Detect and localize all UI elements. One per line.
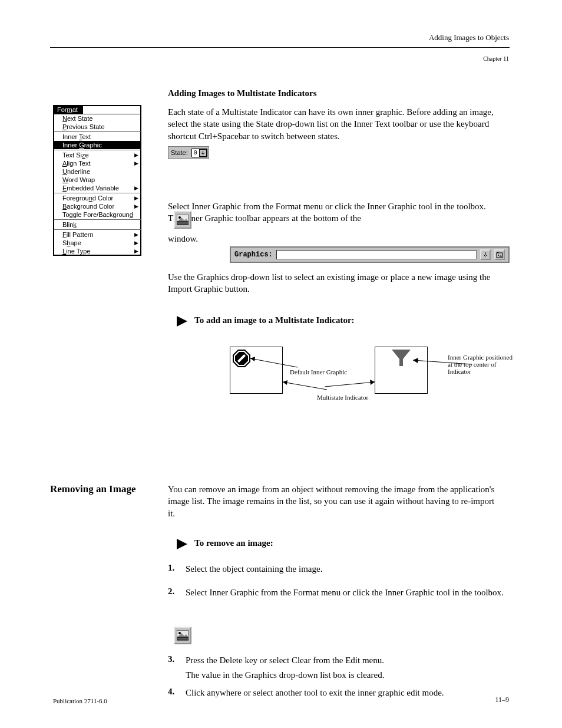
svg-line-17	[325, 382, 375, 387]
menu-title-text: Format	[57, 106, 78, 113]
svg-point-23	[178, 632, 181, 634]
procedure-1-heading: To add an image to a Multistate Indicato…	[194, 315, 355, 325]
example-left-container	[230, 347, 283, 394]
svg-line-14	[283, 382, 327, 390]
paragraph-2b: window.	[168, 233, 498, 245]
menu-item-foreground-color[interactable]: Foreground Color▶	[54, 194, 141, 202]
svg-marker-7	[177, 316, 187, 327]
menu-body: Next State Previous State Inner Text Inn…	[54, 114, 141, 255]
state-value: 0	[192, 150, 199, 156]
footer-left: Publication 2711-6.0	[53, 697, 107, 704]
procedure-2-heading: To remove an image:	[194, 538, 273, 548]
graphics-toolbar: Graphics:	[230, 246, 510, 263]
svg-marker-20	[413, 358, 418, 363]
paragraph-proc-note: Use the Graphics drop-down list to selec…	[168, 271, 498, 295]
paragraph-2a: Select Inner Graphic from the Format men…	[168, 200, 498, 225]
svg-rect-24	[177, 637, 189, 640]
state-label: State:	[171, 149, 188, 156]
menu-item-word-wrap[interactable]: Word Wrap	[54, 176, 141, 184]
section-title-1: Adding Images to Multistate Indicators	[168, 88, 317, 98]
menu-item-line-type[interactable]: Line Type▶	[54, 247, 141, 255]
menu-item-fill-pattern[interactable]: Fill Pattern▶	[54, 230, 141, 239]
state-dropdown-button[interactable]	[199, 149, 207, 157]
header-rule	[50, 47, 510, 48]
menu-item-inner-text[interactable]: Inner Text	[54, 133, 141, 141]
running-head: Adding Images to Objects	[429, 33, 509, 42]
example-right-container	[375, 347, 428, 394]
step-3-text: Press the Delete key or select Clear fro…	[186, 654, 507, 666]
state-field: 0	[191, 149, 207, 157]
removing-paragraph: You can remove an image from an object w…	[168, 483, 498, 519]
triangle-icon-2	[177, 539, 189, 552]
footer-right: 11–9	[495, 696, 509, 704]
menu-item-blink[interactable]: Blink	[54, 220, 141, 229]
svg-marker-18	[370, 380, 375, 385]
menu-item-text-size[interactable]: Text Size▶	[54, 151, 141, 159]
step-num-4: 4.	[168, 687, 174, 697]
state-dropdown-panel: State: 0	[168, 146, 209, 159]
step-2-text: Select Inner Graphic from the Format men…	[186, 587, 507, 598]
step-num-2: 2.	[168, 587, 174, 597]
svg-marker-15	[283, 380, 287, 385]
inner-graphic-tool-icon[interactable]	[174, 211, 191, 229]
format-menu: Format Next State Previous State Inner T…	[53, 105, 141, 256]
svg-line-12	[250, 358, 297, 367]
graphics-dropdown-button[interactable]	[480, 249, 491, 260]
svg-marker-13	[250, 357, 255, 361]
step-num-3: 3.	[168, 654, 174, 664]
svg-point-6	[498, 255, 499, 256]
step-1-text: Select the object containing the image.	[186, 563, 507, 575]
removing-heading: Removing an Image	[50, 483, 135, 495]
chapter-label: Chapter 11	[483, 55, 509, 62]
menu-item-embedded-variable[interactable]: Embedded Variable▶	[54, 184, 141, 192]
graphics-label: Graphics:	[234, 251, 273, 259]
callout-default-inner-graphic: Default Inner Graphic	[290, 368, 347, 375]
callout-multistate-indicator: Multistate Indicator	[317, 394, 373, 401]
import-graphic-button[interactable]	[494, 249, 505, 260]
menu-item-shape[interactable]: Shape▶	[54, 239, 141, 247]
picture-icon	[177, 630, 189, 641]
menu-item-inner-graphic[interactable]: Inner Graphic	[54, 141, 141, 149]
menu-item-previous-state[interactable]: Previous State	[54, 123, 141, 131]
menu-item-background-color[interactable]: Background Color▶	[54, 202, 141, 210]
svg-rect-3	[177, 222, 189, 225]
stop-sign-icon	[232, 349, 251, 368]
svg-marker-21	[177, 539, 187, 549]
step-num-1: 1.	[168, 563, 174, 573]
menu-item-next-state[interactable]: Next State	[54, 114, 141, 123]
import-icon	[496, 251, 503, 258]
paragraph-1: Each state of a Multistate Indicator can…	[168, 106, 498, 142]
step-3-extra: The value in the Graphics drop-down list…	[186, 669, 507, 681]
callout-inner-graphic-positioned: Inner Graphic positionedat the top cente…	[448, 354, 515, 375]
menu-title[interactable]: Format	[54, 106, 83, 114]
svg-point-2	[178, 216, 181, 219]
step-4-text: Click anywhere or select another tool to…	[186, 687, 507, 699]
graphics-dropdown-input[interactable]	[276, 250, 477, 259]
menu-item-align-text[interactable]: Align Text▶	[54, 159, 141, 167]
triangle-icon	[177, 316, 189, 329]
picture-icon	[177, 215, 189, 225]
inner-graphic-tool-icon-2[interactable]	[174, 627, 191, 644]
menu-item-underline[interactable]: Underline	[54, 167, 141, 176]
menu-item-toggle-fg-bg[interactable]: Toggle Fore/Background	[54, 210, 141, 219]
